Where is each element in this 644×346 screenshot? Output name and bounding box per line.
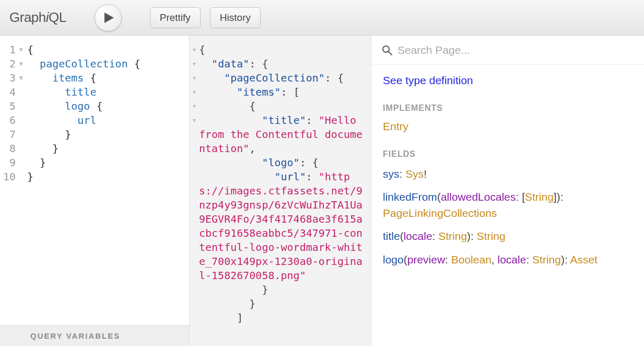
field-logo[interactable]: logo(preview: Boolean, locale: String): … (383, 252, 633, 268)
search-icon (382, 45, 392, 55)
docs-panel: PageCollection Page See type definition … (371, 36, 644, 346)
query-variables-bar[interactable]: QUERY VARIABLES (0, 325, 189, 346)
history-button[interactable]: History (210, 7, 261, 28)
query-editor: 1▼ 2▼ 3▼ 4 5 6 7 8 9 10 { pageCollection… (0, 36, 190, 346)
fold-icon[interactable]: ▼ (18, 57, 23, 71)
result-pane: ▾▾▾▾▾▾ { "data": { "pageCollection": { "… (190, 36, 371, 346)
logo-part: Graph (9, 9, 46, 25)
graphiql-logo: GraphiQL (9, 9, 66, 26)
field-title[interactable]: title(locale: String): String (383, 228, 633, 244)
fold-icon[interactable]: ▼ (18, 71, 23, 85)
svg-line-4 (389, 52, 392, 55)
fold-icon[interactable]: ▼ (18, 43, 23, 57)
toolbar: GraphiQL Prettify History (0, 0, 644, 36)
logo-part: QL (49, 9, 66, 25)
docs-search-input[interactable] (397, 44, 634, 56)
prettify-button[interactable]: Prettify (150, 7, 201, 28)
svg-point-3 (383, 46, 389, 52)
execute-button[interactable] (95, 4, 122, 31)
implements-label: IMPLEMENTS (383, 103, 633, 113)
play-icon (104, 13, 114, 23)
field-sys[interactable]: sys: Sys! (383, 166, 633, 182)
docs-search (371, 36, 644, 65)
query-code[interactable]: { pageCollection { items { title logo { … (27, 43, 189, 325)
field-linkedFrom[interactable]: linkedFrom(allowedLocales: [String]): Pa… (383, 189, 633, 221)
implements-type[interactable]: Entry (383, 120, 633, 133)
svg-marker-0 (104, 13, 114, 23)
fields-label: FIELDS (383, 149, 633, 159)
see-type-definition-link[interactable]: See type definition (383, 74, 633, 87)
line-gutter: 1▼ 2▼ 3▼ 4 5 6 7 8 9 10 (0, 43, 27, 325)
result-json[interactable]: { "data": { "pageCollection": { "items":… (199, 43, 371, 346)
